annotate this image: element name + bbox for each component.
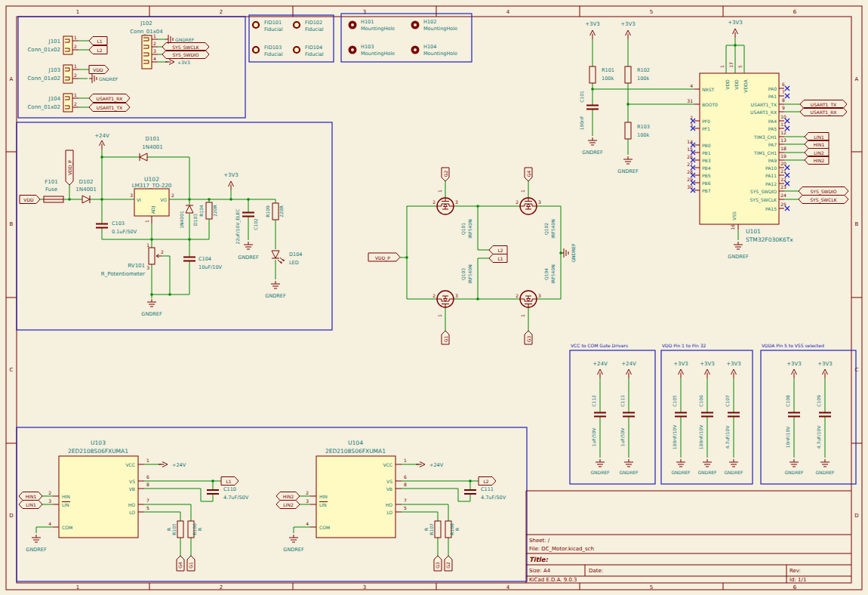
net-label[interactable]: SYS_SWDIO <box>172 52 199 58</box>
net-label-g4[interactable]: G4 <box>525 168 532 181</box>
component-q103[interactable]: 2 3 1 Q103 IRF540N <box>432 264 472 317</box>
component-h102[interactable]: H102 MountingHole <box>411 19 458 32</box>
net-label-vdd-p[interactable]: VDD_P <box>66 150 73 185</box>
net-label[interactable]: USART1_RX <box>97 96 123 102</box>
component-u104[interactable]: U104 2ED2108S06FXUMA1 2 HIN 3 LIN 4 COM … <box>306 439 407 538</box>
component-c106[interactable]: +3V3 C106 100nF/10V GNDREF <box>697 361 717 475</box>
component-q101[interactable]: 2 3 1 Q101 IRF540N <box>432 190 472 239</box>
component-d103[interactable]: 1N4001 D103 <box>179 199 198 239</box>
component-r101[interactable]: +3V3 R101 100k <box>585 21 614 89</box>
component-c102[interactable]: 22uF/16V_ELEC C102 <box>235 209 258 245</box>
component-j102[interactable]: J102 Conn_01x04 1 2 3 4 GNDREF SYS_SWCLK… <box>130 20 209 69</box>
component-h101[interactable]: H101 MountingHole <box>349 19 396 32</box>
net-label[interactable]: SYS_SWCLK <box>172 45 200 51</box>
power-port-3v3[interactable]: +3V3 <box>223 172 239 190</box>
component-fid103[interactable]: FID103 Fiducial <box>253 45 283 57</box>
component-fid102[interactable]: FID102 Fiducial <box>294 20 324 32</box>
gndref-symbol[interactable] <box>89 74 97 83</box>
svg-text:+3V3: +3V3 <box>620 21 636 27</box>
net-label[interactable]: L2 <box>97 48 102 53</box>
component-r105[interactable]: R R105 <box>166 521 183 538</box>
net-label-g1[interactable]: G1 <box>442 331 449 344</box>
component-h104[interactable]: H104 MountingHole <box>411 44 458 57</box>
component-u103[interactable]: U103 2ED2108S06FXUMA1 2 HIN 3 LIN 4 COM … <box>48 439 149 538</box>
power-port-24v[interactable]: +24V <box>94 133 109 150</box>
component-r104[interactable]: R104 220R <box>199 199 217 239</box>
svg-text:100k: 100k <box>602 76 614 82</box>
svg-text:VDD: VDD <box>725 79 730 90</box>
component-c113[interactable]: +24V C113 1uF/50V GNDREF <box>619 361 639 475</box>
net-label[interactable]: L1 <box>97 39 102 44</box>
gndref-symbol[interactable] <box>32 535 41 542</box>
net-label-g2[interactable]: G2 <box>442 168 449 181</box>
svg-text:GNDREF: GNDREF <box>784 470 804 475</box>
svg-text:5: 5 <box>650 9 653 15</box>
svg-text:+24V: +24V <box>94 133 109 139</box>
component-j101[interactable]: J101 Conn_01x02 1 2 L1 L2 <box>27 35 107 54</box>
component-c108[interactable]: +3V3 C108 10nF/10V GNDREF <box>784 361 804 475</box>
component-r108[interactable]: R108 R <box>445 521 460 538</box>
component-c109[interactable]: +3V3 C109 4.7uF/10V GNDREF <box>815 361 835 475</box>
net-label[interactable]: VDD <box>93 67 103 72</box>
svg-text:C101: C101 <box>579 91 584 103</box>
svg-text:U104: U104 <box>348 439 363 446</box>
component-r107[interactable]: R R107 <box>423 521 441 538</box>
component-c101[interactable]: C101 100nF <box>579 89 599 136</box>
component-c105[interactable]: +3V3 C105 100nF/10V GNDREF <box>671 361 691 475</box>
net-label-g4-drv[interactable]: G4 <box>177 556 184 571</box>
net-label-g1-drv[interactable]: G1 <box>187 556 195 571</box>
svg-text:C: C <box>855 367 859 373</box>
component-u102[interactable]: U102 LM317_TO-220 3 VI VO 2 ADJ 1 <box>130 176 174 224</box>
svg-text:30: 30 <box>687 184 693 190</box>
svg-text:4: 4 <box>153 56 156 61</box>
svg-text:Q101: Q101 <box>460 223 466 235</box>
svg-text:GNDREF: GNDREF <box>724 470 743 475</box>
component-fid101[interactable]: FID101 Fiducial <box>253 20 283 32</box>
svg-text:1: 1 <box>144 220 149 223</box>
titleblock-file: File: DC_Motor.kicad_sch <box>529 546 594 552</box>
svg-text:3: 3 <box>363 584 366 590</box>
svg-text:1: 1 <box>76 584 79 590</box>
net-label-g3-drv[interactable]: G3 <box>434 556 442 571</box>
component-fid104[interactable]: FID104 Fiducial <box>294 45 324 57</box>
component-c107[interactable]: +3V3 C107 4.7uF/10V GNDREF <box>724 361 743 475</box>
component-c104[interactable]: C104 10uF/10V <box>183 239 223 294</box>
svg-text:MountingHole: MountingHole <box>423 51 457 57</box>
gndref-symbol[interactable] <box>588 137 597 145</box>
component-r106[interactable]: R106 R <box>188 521 202 538</box>
component-h103[interactable]: H103 MountingHole <box>349 44 396 57</box>
net-label-g3[interactable]: G3 <box>525 331 532 344</box>
gndref-symbol[interactable] <box>147 299 156 307</box>
component-r103[interactable]: R103 100k <box>625 104 650 155</box>
component-u101[interactable]: U101 STM32F030K6Tx +3V3 1 17 5 VDD VDD V… <box>687 20 793 260</box>
net-label-g2-drv[interactable]: G2 <box>445 556 452 571</box>
gndref-symbol[interactable] <box>734 242 743 249</box>
svg-text:LIN2: LIN2 <box>814 150 824 156</box>
svg-text:14: 14 <box>687 139 693 144</box>
component-q104[interactable]: 2 3 1 Q104 IRF540N <box>516 264 556 317</box>
net-label[interactable]: USART1_TX <box>97 105 122 111</box>
component-r109[interactable]: R109 220R <box>265 203 284 220</box>
net-label-l1-mid[interactable]: L1 <box>489 254 507 263</box>
component-rv101[interactable]: RV101 R_Potentiometer 1 2 3 <box>101 239 170 294</box>
schematic-canvas[interactable]: 1 2 3 4 5 6 1 2 3 4 5 6 A B C D A B C D … <box>0 0 868 595</box>
net-label-l2-mid[interactable]: L2 <box>489 246 507 254</box>
gndref-symbol[interactable] <box>289 535 298 542</box>
power-arrow-icon <box>626 30 631 39</box>
component-j104[interactable]: J104 Conn_01x02 1 2 USART1_RX USART1_TX <box>27 92 130 112</box>
component-c103[interactable]: C103 0.1uF/50V <box>96 199 137 239</box>
svg-text:G3: G3 <box>435 562 440 569</box>
gndref-symbol[interactable] <box>271 281 280 288</box>
titleblock-app: KiCad E.D.A. 9.0.3 <box>529 577 577 583</box>
component-j103[interactable]: J103 Conn_01x02 1 2 VDD GNDREF <box>27 63 118 83</box>
component-f101[interactable]: F101 Fuse <box>44 179 63 202</box>
component-q102[interactable]: 2 3 1 Q102 IRF540N <box>516 190 556 239</box>
svg-text:PB4: PB4 <box>702 165 711 171</box>
svg-text:HO: HO <box>128 502 136 507</box>
titleblock-sheet: Sheet: / <box>529 538 550 544</box>
component-d104[interactable]: D104 LED <box>272 251 302 266</box>
component-r102[interactable]: +3V3 R102 100k <box>620 21 650 104</box>
component-c112[interactable]: +24V C112 1uF/50V GNDREF <box>590 361 610 475</box>
gndref-symbol[interactable] <box>623 156 633 164</box>
gndref-symbol[interactable] <box>244 242 253 249</box>
